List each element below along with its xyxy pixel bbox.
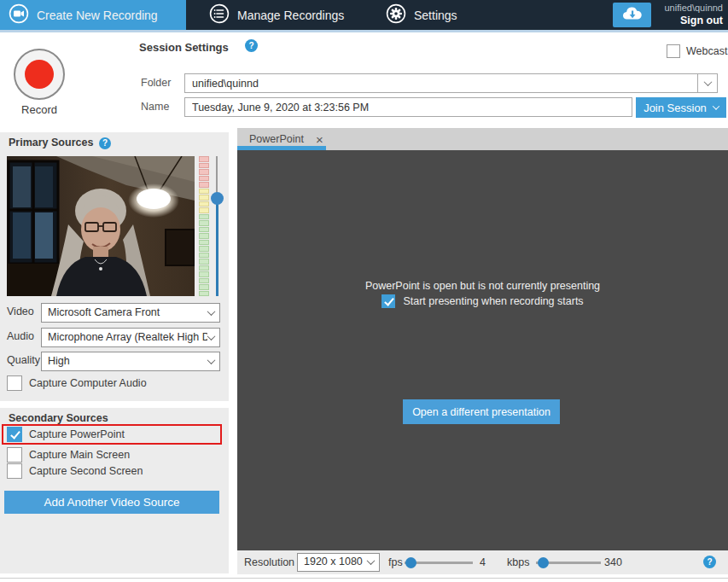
name-label: Name <box>141 101 169 113</box>
video-select-value: Microsoft Camera Front <box>48 306 204 318</box>
session-name-input[interactable] <box>184 97 632 117</box>
meter-segment-green <box>199 265 209 271</box>
record-label: Record <box>7 103 72 116</box>
capture-powerpoint-checkbox[interactable] <box>7 427 22 442</box>
primary-sources-title: Primary Sources <box>9 137 93 148</box>
folder-label: Folder <box>141 77 171 89</box>
capture-powerpoint-option: Capture PowerPoint <box>7 427 125 442</box>
webcam-preview <box>7 156 195 296</box>
chevron-down-icon <box>207 307 216 316</box>
meter-segment-yellow <box>199 189 209 195</box>
video-label: Video <box>7 306 34 317</box>
capture-powerpoint-label: Capture PowerPoint <box>29 428 125 440</box>
fps-slider[interactable] <box>405 562 473 564</box>
quality-select[interactable]: High <box>41 352 220 371</box>
capture-main-screen-option: Capture Main Screen <box>7 447 130 463</box>
preview-bottom-bar: Resolution 1920 x 1080 fps 4 kbps 340 ? <box>237 550 728 574</box>
webcast-option: Webcast <box>667 44 727 58</box>
help-icon[interactable]: ? <box>703 556 716 568</box>
recorder-window: Create New Recording Manage Recordings S… <box>0 0 728 582</box>
meter-segment-green <box>199 259 209 265</box>
tab-create-new-recording[interactable]: Create New Recording <box>0 0 186 30</box>
audio-select-value: Microphone Array (Realtek High D <box>48 331 207 343</box>
kbps-slider-handle[interactable] <box>538 557 549 568</box>
list-icon <box>209 3 230 26</box>
meter-segment-green <box>199 253 209 259</box>
fps-slider-handle[interactable] <box>405 557 416 568</box>
meter-segment-green <box>199 278 209 284</box>
record-dot-icon <box>25 60 54 89</box>
meter-segment-green <box>199 271 209 277</box>
volume-slider-handle[interactable] <box>211 192 224 205</box>
close-icon[interactable]: × <box>316 133 323 146</box>
tab-settings[interactable]: Settings <box>386 0 457 30</box>
tab-label: Manage Recordings <box>237 9 344 22</box>
audio-label: Audio <box>7 330 34 342</box>
webcast-label: Webcast <box>686 45 727 57</box>
join-session-button[interactable]: Join Session <box>636 97 726 118</box>
video-camera-icon <box>9 3 29 26</box>
tab-powerpoint-label: PowerPoint <box>249 133 304 145</box>
user-block: unified\quinnd Sign out <box>664 3 723 27</box>
start-presenting-option: Start presenting when recording starts <box>237 294 728 308</box>
audio-select[interactable]: Microphone Array (Realtek High D <box>41 328 220 347</box>
secondary-sources-title: Secondary Sources <box>9 412 108 424</box>
meter-segment-green <box>199 220 209 226</box>
meter-segment-yellow <box>199 195 209 201</box>
username: unified\quinnd <box>664 3 723 14</box>
gear-icon <box>386 3 406 26</box>
chevron-down-icon <box>207 332 216 340</box>
capture-computer-audio-option: Capture Computer Audio <box>7 375 147 391</box>
tab-label: Settings <box>414 9 457 22</box>
capture-main-screen-label: Capture Main Screen <box>29 449 130 461</box>
powerpoint-preview-area: PowerPoint is open but is not currently … <box>237 150 728 550</box>
open-presentation-button[interactable]: Open a different presentation <box>403 399 560 424</box>
help-icon[interactable]: ? <box>245 39 258 52</box>
resolution-select[interactable]: 1920 x 1080 <box>297 553 380 572</box>
help-icon[interactable]: ? <box>99 137 111 149</box>
record-button[interactable] <box>14 49 65 100</box>
window-bottom-divider <box>0 578 728 579</box>
header-accent-strip <box>0 30 728 32</box>
meter-segment-green <box>199 284 209 290</box>
kbps-slider[interactable] <box>536 562 601 564</box>
add-video-source-button[interactable]: Add Another Video Source <box>4 491 219 514</box>
chevron-down-icon <box>207 356 216 364</box>
volume-slider-fill <box>216 198 218 296</box>
meter-segment-green <box>199 291 209 297</box>
preview-tab-bar: PowerPoint × <box>237 128 728 150</box>
session-settings-title: Session Settings <box>139 41 229 54</box>
join-session-label: Join Session <box>644 102 707 114</box>
cloud-upload-button[interactable] <box>613 3 651 27</box>
top-nav-bar: Create New Recording Manage Recordings S… <box>0 0 728 30</box>
meter-segment-green <box>199 227 209 233</box>
capture-second-screen-checkbox[interactable] <box>7 463 22 479</box>
meter-segment-red <box>199 163 209 169</box>
capture-second-screen-label: Capture Second Screen <box>29 465 143 477</box>
meter-segment-red <box>199 182 209 188</box>
chevron-down-icon <box>713 102 719 109</box>
video-select[interactable]: Microsoft Camera Front <box>41 303 220 323</box>
tab-manage-recordings[interactable]: Manage Recordings <box>209 0 344 30</box>
meter-segment-yellow <box>199 207 209 213</box>
kbps-label: kbps <box>507 556 529 568</box>
sign-out-link[interactable]: Sign out <box>664 14 723 27</box>
resolution-label: Resolution <box>244 556 294 568</box>
capture-computer-audio-label: Capture Computer Audio <box>29 377 147 389</box>
webcast-checkbox[interactable] <box>667 44 680 58</box>
meter-segment-red <box>199 156 209 162</box>
cloud-download-icon <box>621 5 644 26</box>
capture-main-screen-checkbox[interactable] <box>7 447 22 463</box>
folder-dropdown-button[interactable] <box>697 73 718 93</box>
start-presenting-checkbox[interactable] <box>381 294 395 308</box>
meter-segment-red <box>199 176 209 182</box>
preview-panel: PowerPoint × PowerPoint is open but is n… <box>237 128 728 574</box>
start-presenting-label: Start presenting when recording starts <box>403 295 583 307</box>
meter-segment-green <box>199 246 209 252</box>
capture-computer-audio-checkbox[interactable] <box>7 375 22 391</box>
meter-segment-yellow <box>199 201 209 207</box>
volume-slider[interactable] <box>210 156 224 296</box>
folder-input[interactable] <box>184 73 718 93</box>
record-control: Record <box>7 49 72 116</box>
powerpoint-status-message: PowerPoint is open but is not currently … <box>237 280 728 292</box>
